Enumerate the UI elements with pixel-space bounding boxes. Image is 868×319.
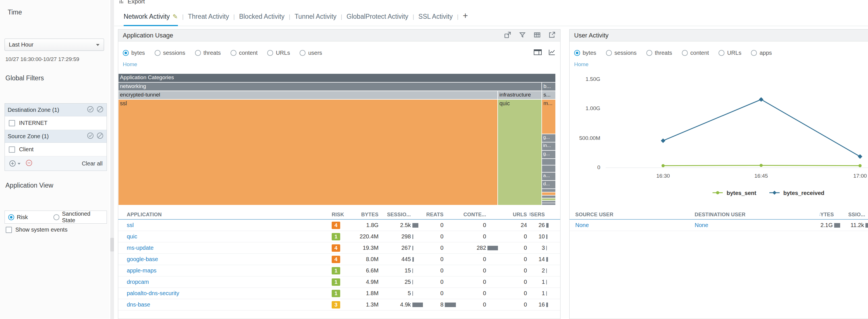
metric-option-threats[interactable]: threats <box>646 50 672 56</box>
metric-option-content[interactable]: content <box>230 50 258 56</box>
value-cell: 1.8M <box>348 290 381 296</box>
remove-filter-button[interactable] <box>25 159 33 168</box>
treemap-cell <box>542 166 555 172</box>
application-link[interactable]: quic <box>127 233 137 240</box>
application-link[interactable]: ssl <box>127 222 133 228</box>
treemap-cell <box>542 159 555 165</box>
splitter-handle[interactable] <box>110 238 114 251</box>
cell-value: 24 <box>521 222 527 228</box>
metric-option-sessions[interactable]: sessions <box>606 50 637 56</box>
metric-option-sessions[interactable]: sessions <box>155 50 185 56</box>
filter-icon[interactable] <box>519 31 526 40</box>
bar-zone <box>545 291 560 296</box>
application-link[interactable]: google-base <box>127 256 158 262</box>
jump-to-report-icon[interactable] <box>548 31 556 40</box>
destination-user-link[interactable]: None <box>694 222 708 228</box>
legend-label: bytes_sent <box>726 190 756 197</box>
column-header-bytes[interactable]: BYTES <box>348 212 381 218</box>
tab-blocked-activity[interactable]: Blocked Activity <box>239 7 284 26</box>
metric-option-bytes[interactable]: bytes <box>123 50 145 56</box>
treemap-cell-g[interactable]: g... <box>542 151 555 158</box>
column-header-bytes[interactable]: BYTES <box>820 212 848 218</box>
application-link[interactable]: dns-base <box>127 302 150 308</box>
application-link[interactable]: paloalto-dns-security <box>127 290 179 296</box>
treemap-cell-s[interactable]: s... <box>542 91 555 99</box>
column-header-source-user[interactable]: SOURCE USER <box>569 212 694 218</box>
filter-group-source-zone[interactable]: Source Zone (1) <box>5 130 106 143</box>
legend-bytes-received[interactable]: bytes_received <box>769 190 825 197</box>
legend-bytes-sent[interactable]: bytes_sent <box>713 190 756 197</box>
maximize-icon[interactable] <box>504 31 511 40</box>
metric-option-threats[interactable]: threats <box>195 50 221 56</box>
check-circle-icon[interactable] <box>87 106 94 114</box>
treemap-view-icon[interactable] <box>533 49 542 57</box>
tab-threat-activity[interactable]: Threat Activity <box>188 7 229 26</box>
show-system-events[interactable]: Show system events <box>6 226 67 233</box>
breadcrumb-home[interactable]: Home <box>574 61 589 68</box>
treemap-cell-ssl[interactable]: ssl <box>119 100 497 205</box>
treemap-cell-m[interactable]: m... <box>542 100 555 134</box>
bar-zone <box>411 257 426 262</box>
column-header-destination-user[interactable]: DESTINATION USER <box>694 212 820 218</box>
application-link[interactable]: ms-update <box>127 245 154 251</box>
filter-item-internet[interactable]: INTERNET <box>5 116 106 130</box>
metric-row: bytessessionsthreatscontentURLsapps <box>569 44 868 61</box>
block-circle-icon[interactable] <box>96 106 104 114</box>
table-icon[interactable] <box>533 31 541 40</box>
block-circle-icon[interactable] <box>96 132 104 140</box>
check-circle-icon[interactable] <box>87 132 94 140</box>
value-cell: 282 <box>459 245 501 251</box>
breadcrumb-home[interactable]: Home <box>123 61 137 68</box>
treemap-cell-d[interactable]: d... <box>542 181 555 188</box>
column-header-conte[interactable]: CONTE... <box>459 212 501 218</box>
checkbox[interactable] <box>9 146 15 153</box>
tab-tunnel-activity[interactable]: Tunnel Activity <box>294 7 336 26</box>
add-filter-button[interactable] <box>9 160 21 167</box>
tab-ssl-activity[interactable]: SSL Activity <box>418 7 453 26</box>
application-link[interactable]: dropcam <box>127 279 149 285</box>
add-tab-button[interactable]: + <box>463 7 468 26</box>
metric-option-urls[interactable]: URLs <box>718 50 741 56</box>
tab-network-activity[interactable]: Network Activity✎ <box>124 7 178 26</box>
treemap-cell-a[interactable]: a... <box>542 173 555 180</box>
treemap-cell-business[interactable]: b... <box>542 82 555 91</box>
treemap-cell-infrastructure[interactable]: infrastructure <box>498 91 541 99</box>
metric-option-apps[interactable]: apps <box>751 50 772 56</box>
value-bar <box>488 246 498 250</box>
application-link[interactable]: apple-maps <box>127 267 157 274</box>
column-header-risk[interactable]: RISK <box>326 212 348 218</box>
export-button[interactable]: Export <box>119 0 145 5</box>
treemap-cell-in[interactable]: in... <box>542 142 555 150</box>
metric-option-users[interactable]: users <box>300 50 322 56</box>
treemap-cell-encrypted-tunnel[interactable]: encrypted-tunnel <box>119 91 497 99</box>
metric-option-content[interactable]: content <box>682 50 709 56</box>
cell-value: 282 <box>477 245 486 251</box>
metric-option-urls[interactable]: URLs <box>267 50 290 56</box>
column-header-threats[interactable]: THREATS <box>426 212 459 218</box>
line-chart-view-icon[interactable] <box>548 49 556 57</box>
option-sanctioned-state[interactable]: Sanctioned State <box>54 211 94 224</box>
metric-label: content <box>690 50 709 56</box>
treemap-cell-quic[interactable]: quic <box>498 100 541 205</box>
filter-item-client[interactable]: Client <box>5 143 106 156</box>
metric-option-bytes[interactable]: bytes <box>574 50 596 56</box>
treemap-cell-networking[interactable]: networking <box>119 82 541 91</box>
source-user-link[interactable]: None <box>575 222 589 228</box>
panel-splitter[interactable] <box>110 0 114 319</box>
column-header-sessio[interactable]: SESSIO... <box>848 212 868 218</box>
filter-group-destination-zone[interactable]: Destination Zone (1) <box>5 104 106 116</box>
checkbox[interactable] <box>6 227 12 233</box>
edit-tab-icon[interactable]: ✎ <box>173 13 178 20</box>
column-header-urls[interactable]: URLS <box>501 212 530 218</box>
app-table-row: dns-base31.3M4.9k80016 <box>118 299 560 311</box>
time-range-select[interactable]: Last Hour <box>4 39 104 51</box>
sidebar: Time Last Hour 10/27 16:30:00-10/27 17:2… <box>0 0 110 319</box>
column-header-application[interactable]: APPLICATION <box>118 212 326 218</box>
treemap-cell-g[interactable]: g... <box>542 134 555 142</box>
clear-all-button[interactable]: Clear all <box>82 161 102 167</box>
option-risk[interactable]: Risk <box>8 214 28 220</box>
column-header-sessio[interactable]: SESSIO... <box>381 212 426 218</box>
column-header-users[interactable]: USERS <box>530 212 560 218</box>
tab-globalprotect-activity[interactable]: GlobalProtect Activity <box>346 7 408 26</box>
checkbox[interactable] <box>9 120 15 126</box>
